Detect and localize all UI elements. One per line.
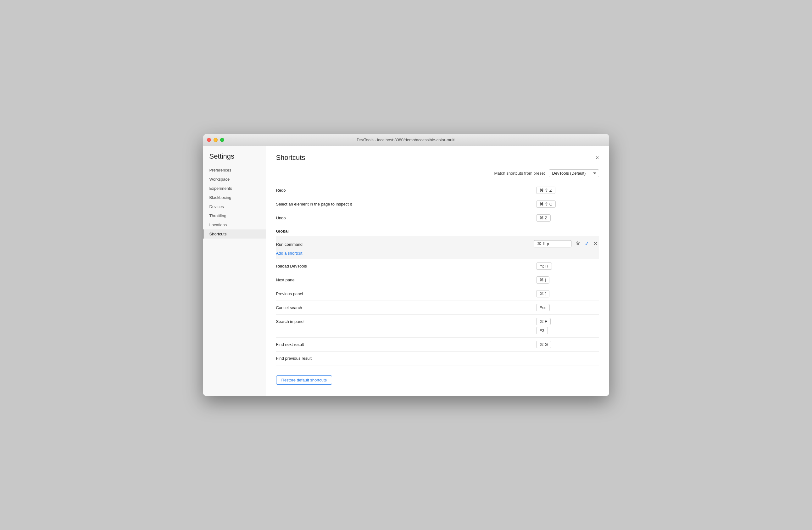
shortcut-name-inspect: Select an element in the page to inspect… [276,200,536,207]
shortcut-name-previous-panel: Previous panel [276,290,536,296]
shortcut-row-run-command: Run command ⌘ ⇧ p 🗑 ✓ ✕ Add a shortcut [276,236,599,259]
minimize-traffic-light[interactable] [214,138,218,142]
sidebar-item-workspace[interactable]: Workspace [203,175,266,184]
shortcut-row-reload: Reload DevTools ⌥ R [276,259,599,273]
shortcut-name-reload: Reload DevTools [276,263,536,268]
close-button[interactable]: × [596,155,599,161]
shortcut-name-undo: Undo [276,214,536,220]
shortcut-row-undo: Undo ⌘ Z [276,211,599,225]
sidebar-item-shortcuts[interactable]: Shortcuts [203,229,266,239]
settings-title: Settings [203,152,266,166]
key-combo-previous-panel: ⌘ [ [536,290,549,297]
shortcut-name-search-panel: Search in panel [276,318,536,324]
devtools-window: DevTools - localhost:8080/demo/accessibl… [203,134,609,396]
run-command-keys-actions: ⌘ ⇧ p 🗑 [534,240,582,247]
preset-row: Match shortcuts from preset DevTools (De… [276,169,599,177]
restore-default-shortcuts-button[interactable]: Restore default shortcuts [276,375,332,385]
page-title: Shortcuts [276,154,305,162]
shortcut-name-run-command: Run command [276,241,534,247]
window-title: DevTools - localhost:8080/demo/accessibl… [357,138,455,142]
add-shortcut-link[interactable]: Add a shortcut [276,251,303,255]
shortcut-keys-undo: ⌘ Z [536,214,599,222]
maximize-traffic-light[interactable] [220,138,224,142]
titlebar: DevTools - localhost:8080/demo/accessibl… [203,134,609,146]
shortcut-row-inspect: Select an element in the page to inspect… [276,197,599,211]
shortcut-row-search-panel: Search in panel ⌘ F F3 [276,315,599,338]
shortcut-row-find-next: Find next result ⌘ G [276,338,599,351]
shortcut-row-find-prev: Find previous result ⌘ ⇧ G [276,351,599,365]
sidebar-item-throttling[interactable]: Throttling [203,211,266,220]
run-command-inner: Run command ⌘ ⇧ p 🗑 ✓ ✕ [276,239,599,248]
sidebar-item-devices[interactable]: Devices [203,202,266,211]
key-combo-reload: ⌥ R [536,263,552,270]
confirm-actions: ✓ ✕ [583,239,599,248]
sidebar-item-blackboxing[interactable]: Blackboxing [203,193,266,202]
sidebar: Settings Preferences Workspace Experimen… [203,146,266,396]
key-combo-inspect: ⌘ ⇧ C [536,200,556,208]
shortcut-name-next-panel: Next panel [276,276,536,282]
shortcut-row-previous-panel: Previous panel ⌘ [ [276,287,599,301]
shortcut-name-find-next: Find next result [276,341,536,347]
shortcut-keys-cancel-search: Esc [536,304,599,311]
shortcut-row-redo: Redo ⌘ ⇧ Z [276,183,599,197]
shortcut-keys-find-next: ⌘ G [536,341,599,348]
discard-button[interactable]: ✕ [592,239,599,248]
key-combo-next-panel: ⌘ ] [536,276,549,283]
shortcut-name-find-prev: Find previous result [276,355,536,361]
restore-btn-container: Restore default shortcuts [276,372,599,388]
key-combo-search-panel-2: F3 [536,327,548,334]
key-combo-undo: ⌘ Z [536,214,551,222]
key-combo-cancel-search: Esc [536,304,550,311]
close-traffic-light[interactable] [207,138,211,142]
preset-label: Match shortcuts from preset [494,171,545,176]
shortcut-row-next-panel: Next panel ⌘ ] [276,273,599,287]
section-global-header: Global [276,225,599,236]
key-combo-search-panel-1: ⌘ F [536,318,551,325]
sidebar-item-preferences[interactable]: Preferences [203,166,266,175]
shortcut-name-cancel-search: Cancel search [276,304,536,310]
main-panel: Shortcuts × Match shortcuts from preset … [266,146,609,396]
run-command-sub: Add a shortcut [276,250,599,256]
shortcut-keys-inspect: ⌘ ⇧ C [536,200,599,208]
delete-shortcut-button[interactable]: 🗑 [574,240,582,247]
content-area: Settings Preferences Workspace Experimen… [203,146,609,396]
shortcut-keys-find-prev: ⌘ ⇧ G [536,355,599,362]
confirm-button[interactable]: ✓ [583,239,591,248]
preset-select[interactable]: DevTools (Default) Visual Studio Code [549,169,599,177]
sidebar-item-locations[interactable]: Locations [203,220,266,229]
sidebar-item-experiments[interactable]: Experiments [203,184,266,193]
shortcut-keys-reload: ⌥ R [536,263,599,270]
main-header: Shortcuts × [276,154,599,162]
shortcut-name-redo: Redo [276,187,536,193]
shortcut-row-cancel-search: Cancel search Esc [276,301,599,315]
key-combo-redo: ⌘ ⇧ Z [536,187,555,194]
key-combo-run-command[interactable]: ⌘ ⇧ p [534,240,571,247]
traffic-lights [207,138,224,142]
key-combo-find-next: ⌘ G [536,341,552,348]
shortcut-keys-search-panel: ⌘ F F3 [536,318,599,334]
shortcut-keys-redo: ⌘ ⇧ Z [536,187,599,194]
shortcut-keys-next-panel: ⌘ ] [536,276,599,283]
shortcut-keys-previous-panel: ⌘ [ [536,290,599,297]
